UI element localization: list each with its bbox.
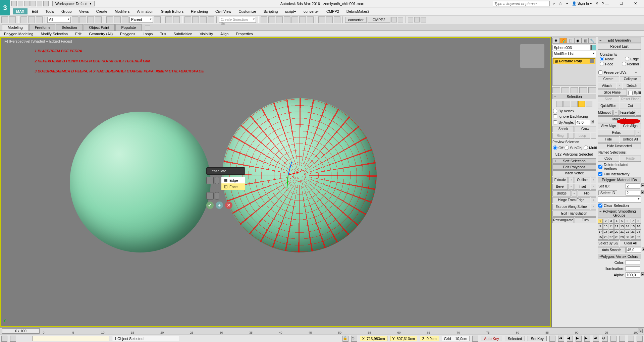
extrude-button[interactable]: Extrude bbox=[552, 177, 568, 183]
goto-start-icon[interactable]: ⏮ bbox=[558, 336, 564, 342]
remove-mod-icon[interactable] bbox=[579, 87, 587, 93]
collapse-button[interactable]: Collapse bbox=[620, 76, 641, 82]
gizmo-z-axis[interactable] bbox=[288, 162, 292, 175]
object-color-swatch[interactable] bbox=[591, 45, 596, 50]
pivot-icon[interactable] bbox=[154, 16, 161, 23]
insert-vertex-button[interactable]: Insert Vertex bbox=[552, 170, 596, 176]
menu-scripting[interactable]: Scripting bbox=[260, 8, 281, 14]
favorites-icon[interactable]: ☆ bbox=[559, 1, 562, 6]
preview-multi-radio[interactable] bbox=[584, 146, 588, 150]
modifier-stack[interactable]: ⊞ Editable Poly bbox=[552, 58, 596, 86]
maxscript-mini-listener[interactable] bbox=[32, 336, 109, 341]
detach-button[interactable]: Detach bbox=[623, 83, 641, 89]
auto-key-button[interactable]: Auto Key bbox=[481, 336, 502, 341]
tab-populate[interactable]: Populate bbox=[115, 24, 141, 31]
rib-visibility[interactable]: Visibility bbox=[198, 32, 215, 36]
chevron-down-icon[interactable] bbox=[215, 192, 219, 199]
modify-tab-icon[interactable]: 🌈 bbox=[560, 38, 567, 44]
extrude-spline-button[interactable]: Extrude Along Spline bbox=[552, 204, 590, 210]
inset-button[interactable]: Inset bbox=[575, 184, 590, 190]
sg-12[interactable]: 12 bbox=[614, 224, 619, 229]
slice-plane-button[interactable]: Slice Plane bbox=[598, 90, 627, 96]
create-button[interactable]: Create bbox=[598, 76, 619, 82]
hide-selected-button[interactable]: Hide Selected bbox=[598, 136, 619, 142]
create-tab-icon[interactable]: ✺ bbox=[552, 38, 560, 44]
display-tab-icon[interactable]: ▥ bbox=[582, 38, 589, 44]
maxscript-icon[interactable] bbox=[1, 336, 7, 342]
menu-civil-view[interactable]: Civil View bbox=[212, 8, 234, 14]
misc-icon-4[interactable] bbox=[414, 17, 420, 22]
by-vertex-check[interactable] bbox=[553, 109, 557, 113]
rib-geometry-all[interactable]: Geometry (All) bbox=[87, 32, 115, 36]
snap-icon[interactable] bbox=[184, 16, 191, 23]
scale-icon[interactable] bbox=[122, 16, 128, 23]
schematic-icon[interactable] bbox=[299, 16, 306, 23]
set-id-spinner[interactable]: 2 bbox=[626, 183, 640, 189]
shrink-button[interactable]: Shrink bbox=[552, 126, 574, 132]
turn-button[interactable]: Turn bbox=[575, 217, 596, 223]
modifier-editable-poly[interactable]: ⊞ Editable Poly bbox=[553, 58, 595, 64]
rib-modify-selection[interactable]: Modify Selection bbox=[39, 32, 70, 36]
sg-21[interactable]: 21 bbox=[620, 229, 625, 234]
paste-ns-button[interactable]: Paste bbox=[620, 156, 641, 162]
mat-editor-icon[interactable] bbox=[307, 16, 314, 23]
tab-modeling[interactable]: Modeling bbox=[2, 24, 29, 31]
rollout-soft-selection[interactable]: +Soft Selection bbox=[552, 158, 596, 164]
so-polygon-icon[interactable] bbox=[578, 101, 585, 107]
msmooth-button[interactable]: MSmooth bbox=[598, 110, 613, 116]
rib-properties[interactable]: Properties bbox=[234, 32, 255, 36]
ribbon-expand-icon[interactable] bbox=[145, 25, 150, 31]
menu-debrismaker2[interactable]: DebrisMaker2 bbox=[343, 8, 373, 14]
flip-button[interactable]: Flip bbox=[578, 190, 596, 196]
misc-icon-1[interactable] bbox=[391, 17, 397, 22]
preview-off-radio[interactable] bbox=[553, 146, 557, 150]
tessellate-settings-icon[interactable]: ▫ bbox=[636, 110, 641, 116]
show-end-icon[interactable] bbox=[561, 87, 569, 93]
menu-animation[interactable]: Animation bbox=[134, 8, 157, 14]
link-icon[interactable] bbox=[20, 16, 27, 23]
view-align-button[interactable]: View Align bbox=[598, 123, 619, 129]
so-border-icon[interactable] bbox=[571, 101, 578, 107]
menu-script-plus[interactable]: script+ bbox=[282, 8, 300, 14]
copy-ns-button[interactable]: Copy bbox=[598, 156, 619, 162]
lock-selection-icon[interactable]: 🔒 bbox=[342, 336, 348, 342]
clear-selection-check[interactable] bbox=[598, 204, 602, 208]
constraint-edge-radio[interactable] bbox=[625, 57, 629, 61]
outline-button[interactable]: Outline bbox=[575, 177, 590, 183]
rollout-edit-polygons[interactable]: Edit Polygons bbox=[552, 164, 596, 170]
help-search-input[interactable] bbox=[493, 1, 550, 6]
sg-8[interactable]: 8 bbox=[636, 219, 641, 224]
nav-pan-icon[interactable] bbox=[610, 336, 616, 342]
play-icon[interactable]: ▶ bbox=[576, 336, 582, 342]
auto-smooth-spinner[interactable]: 45,0 bbox=[626, 247, 641, 252]
workspace-selector[interactable]: Workspace: Default▾ bbox=[52, 1, 95, 6]
select-icon[interactable] bbox=[72, 16, 78, 23]
sg-23[interactable]: 23 bbox=[631, 229, 636, 234]
render-icon[interactable] bbox=[334, 16, 340, 23]
gizmo-x-axis[interactable] bbox=[288, 171, 301, 175]
sphere-left[interactable] bbox=[70, 112, 211, 252]
time-slider[interactable]: 0 / 100 05101520253035404550556065707580… bbox=[0, 327, 644, 335]
valpha-spinner[interactable]: 100,0 bbox=[626, 272, 640, 278]
tab-freeform[interactable]: Freeform bbox=[29, 24, 56, 31]
rollout-edit-geometry[interactable]: Edit Geometry bbox=[598, 38, 641, 43]
misc-icon-3[interactable] bbox=[408, 17, 413, 22]
hierarchy-tab-icon[interactable]: ⬚ bbox=[567, 38, 574, 44]
sg-5[interactable]: 5 bbox=[620, 219, 625, 224]
unhide-all-button[interactable]: Unhide All bbox=[620, 136, 641, 142]
tab-selection[interactable]: Selection bbox=[56, 24, 83, 31]
tessellate-button[interactable]: Tessellate bbox=[620, 110, 635, 116]
rollout-selection[interactable]: Selection bbox=[552, 94, 596, 99]
gizmo-y-axis[interactable] bbox=[287, 175, 288, 188]
slice-button[interactable]: Slice bbox=[598, 96, 619, 102]
window-crossing-icon[interactable] bbox=[95, 16, 102, 23]
sg-15[interactable]: 15 bbox=[631, 224, 636, 229]
msmooth-settings-icon[interactable]: ▫ bbox=[613, 110, 619, 116]
rotate-icon[interactable] bbox=[114, 16, 121, 23]
sg-29[interactable]: 29 bbox=[620, 235, 625, 240]
named-selset-combo[interactable]: Create Selection Se bbox=[219, 17, 256, 23]
qat-undo-icon[interactable] bbox=[31, 1, 36, 6]
key-filters-icon[interactable] bbox=[549, 336, 555, 342]
menu-max[interactable]: MAX bbox=[13, 8, 28, 14]
extrude-spline-settings-icon[interactable]: ▫ bbox=[591, 204, 596, 210]
